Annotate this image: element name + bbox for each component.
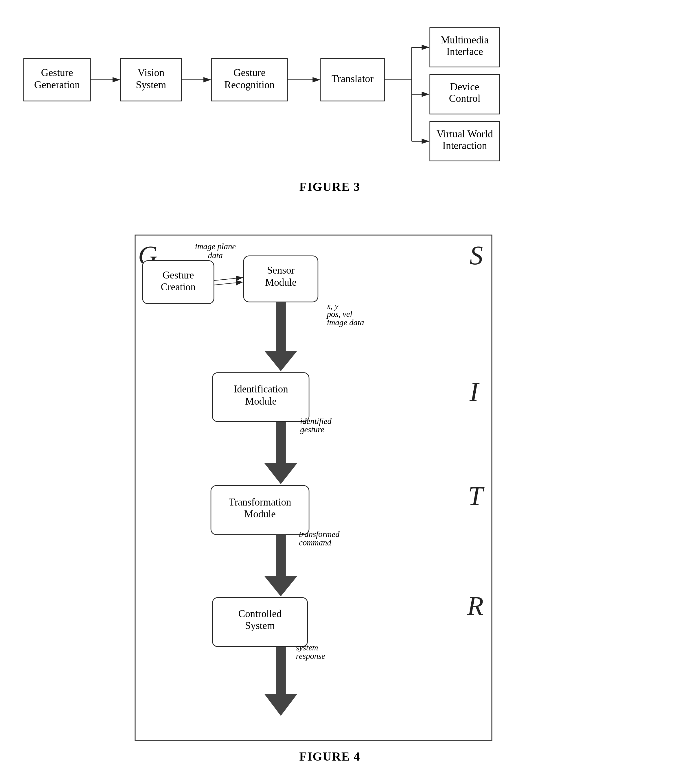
svg-text:Virtual World: Virtual World	[436, 128, 493, 140]
svg-rect-52	[212, 373, 309, 422]
svg-text:transformed: transformed	[299, 529, 340, 539]
svg-rect-9	[321, 58, 385, 101]
svg-rect-37	[143, 261, 214, 304]
svg-text:Multimedia: Multimedia	[441, 34, 489, 46]
svg-rect-50	[276, 302, 286, 351]
svg-text:Control: Control	[449, 93, 480, 104]
svg-text:Recognition: Recognition	[224, 79, 274, 90]
svg-marker-58	[265, 463, 297, 484]
svg-text:Sensor: Sensor	[267, 264, 295, 276]
svg-text:Identification: Identification	[234, 383, 288, 395]
svg-text:identified: identified	[300, 417, 332, 426]
svg-text:Module: Module	[245, 396, 277, 407]
svg-text:Translator: Translator	[332, 73, 374, 84]
svg-text:x, y: x, y	[327, 301, 338, 311]
svg-text:I: I	[469, 377, 480, 407]
svg-rect-40	[244, 256, 318, 302]
svg-marker-51	[265, 351, 297, 371]
svg-line-45	[214, 278, 243, 280]
svg-text:image plane: image plane	[195, 242, 236, 251]
svg-rect-64	[276, 535, 286, 576]
svg-text:System: System	[245, 620, 275, 631]
figure4-caption: FIGURE 4	[299, 750, 360, 764]
svg-rect-6	[212, 58, 287, 101]
svg-text:Gesture: Gesture	[234, 67, 266, 78]
svg-text:S: S	[469, 241, 483, 270]
svg-rect-17	[430, 121, 500, 161]
svg-rect-31	[135, 235, 492, 740]
svg-text:image data: image data	[327, 318, 364, 327]
figure4-svg: G S I T R Gesture Creation Sensor Module…	[12, 226, 648, 766]
figure4-diagram: G S I T R Gesture Creation Sensor Module…	[12, 226, 648, 766]
svg-rect-14	[430, 75, 500, 114]
svg-rect-71	[276, 647, 286, 694]
svg-marker-65	[265, 576, 297, 596]
svg-text:Gesture: Gesture	[163, 269, 194, 281]
svg-text:Controlled: Controlled	[239, 608, 282, 619]
svg-text:system: system	[296, 643, 318, 652]
svg-text:Module: Module	[244, 509, 276, 520]
svg-text:Interaction: Interaction	[443, 140, 487, 151]
svg-rect-57	[276, 422, 286, 463]
svg-rect-0	[24, 58, 90, 101]
svg-text:System: System	[136, 79, 166, 90]
svg-rect-66	[212, 597, 307, 647]
figure3-svg: Gesture Generation Vision System Gesture…	[12, 17, 648, 197]
svg-text:T: T	[468, 481, 485, 511]
svg-text:Gesture: Gesture	[41, 67, 73, 78]
svg-text:R: R	[467, 591, 483, 621]
svg-marker-72	[265, 694, 297, 716]
svg-text:Module: Module	[265, 277, 296, 288]
svg-text:data: data	[208, 251, 223, 260]
svg-rect-11	[430, 28, 500, 67]
figure3-caption: FIGURE 3	[299, 180, 360, 194]
svg-text:pos, vel: pos, vel	[326, 310, 352, 319]
svg-text:Interface: Interface	[446, 46, 483, 57]
svg-text:command: command	[299, 538, 331, 547]
svg-text:Transformation: Transformation	[229, 496, 292, 508]
svg-line-46	[214, 282, 243, 285]
svg-rect-3	[121, 58, 181, 101]
svg-text:response: response	[296, 651, 325, 661]
svg-text:Vision: Vision	[137, 67, 164, 78]
svg-text:G: G	[138, 241, 157, 270]
figure3-diagram: Gesture Generation Vision System Gesture…	[12, 17, 648, 197]
svg-text:gesture: gesture	[300, 425, 324, 434]
svg-text:Creation: Creation	[161, 282, 196, 292]
svg-text:Device: Device	[450, 81, 479, 93]
svg-text:Generation: Generation	[34, 79, 80, 90]
svg-rect-59	[211, 485, 309, 535]
